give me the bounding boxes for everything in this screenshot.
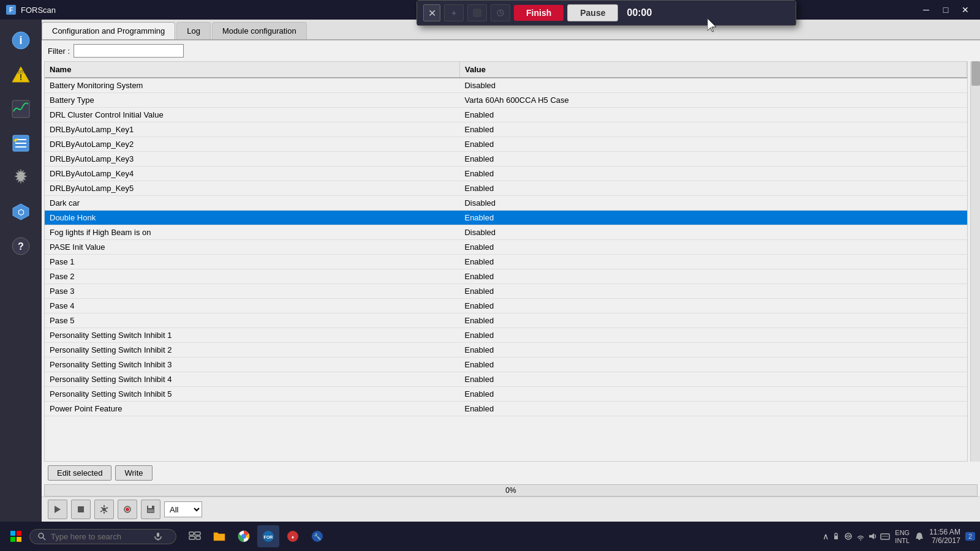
dialog-toolbar: ✕ + Finish Pause 00:00	[417, 1, 796, 25]
stop-button[interactable]	[71, 500, 91, 519]
app-container: i ! DTC	[0, 20, 980, 522]
table-row[interactable]: DRLByAutoLamp_Key3Enabled	[45, 152, 967, 167]
settings-button[interactable]	[94, 500, 114, 519]
table-row[interactable]: Personality Setting Switch Inhibit 4Enab…	[45, 372, 967, 387]
minimize-button[interactable]: ─	[918, 3, 935, 17]
table-cell-name: Personality Setting Switch Inhibit 5	[45, 387, 459, 402]
table-cell-name: Battery Type	[45, 93, 459, 108]
taskbar-task-view[interactable]	[184, 525, 206, 547]
table-row[interactable]: Personality Setting Switch Inhibit 2Enab…	[45, 343, 967, 358]
tab-configuration[interactable]: Configuration and Programming	[42, 22, 175, 39]
svg-point-19	[126, 508, 129, 511]
svg-rect-21	[148, 506, 152, 508]
sidebar-item-graph[interactable]	[5, 93, 37, 125]
sidebar-item-info[interactable]: i	[5, 24, 37, 56]
svg-rect-38	[196, 536, 200, 539]
table-row[interactable]: DRLByAutoLamp_Key2Enabled	[45, 137, 967, 152]
table-cell-value: Enabled	[459, 328, 967, 343]
taskbar-search-input[interactable]	[51, 532, 149, 541]
sidebar-item-settings[interactable]	[5, 162, 37, 193]
chevron-up-icon[interactable]: ∧	[823, 531, 829, 541]
close-button[interactable]: ✕	[957, 3, 974, 17]
table-row[interactable]: Battery TypeVarta 60Ah 600CCA H5 Case	[45, 93, 967, 108]
table-cell-name: DRLByAutoLamp_Key5	[45, 181, 459, 196]
table-cell-name: DRLByAutoLamp_Key3	[45, 152, 459, 167]
table-row[interactable]: DRLByAutoLamp_Key1Enabled	[45, 122, 967, 137]
table-row[interactable]: Power Point FeatureEnabled	[45, 402, 967, 416]
table-cell-name: Pase 5	[45, 313, 459, 328]
taskbar: FOR ♦ 🔧 ∧	[0, 522, 980, 551]
scrollbar-thumb[interactable]	[971, 61, 980, 86]
finish-button[interactable]: Finish	[514, 5, 564, 21]
taskbar-app6[interactable]: 🔧	[306, 525, 328, 547]
tab-log[interactable]: Log	[176, 22, 211, 39]
table-row[interactable]: Pase 5Enabled	[45, 313, 967, 328]
dialog-tool-btn-1: +	[444, 4, 464, 21]
edit-selected-button[interactable]: Edit selected	[48, 465, 111, 481]
table-cell-name: Double Honk	[45, 211, 459, 225]
notification-badge[interactable]: 2	[965, 532, 975, 541]
table-cell-name: Personality Setting Switch Inhibit 4	[45, 372, 459, 387]
table-row[interactable]: Pase 3Enabled	[45, 284, 967, 299]
tab-module-configuration[interactable]: Module configuration	[212, 22, 307, 39]
dialog-close-button[interactable]: ✕	[423, 4, 440, 21]
header-value: Value	[459, 62, 967, 78]
play-button[interactable]	[48, 500, 67, 519]
table-row[interactable]: Personality Setting Switch Inhibit 1Enab…	[45, 328, 967, 343]
filter-label: Filter :	[48, 47, 70, 56]
scrollbar-track[interactable]	[970, 61, 980, 462]
table-cell-name: Personality Setting Switch Inhibit 1	[45, 328, 459, 343]
table-row[interactable]: DRLByAutoLamp_Key4Enabled	[45, 167, 967, 181]
filter-input[interactable]	[74, 44, 184, 58]
app-title: FORScan	[21, 6, 56, 15]
sidebar-item-diagnostics[interactable]: ⬡	[5, 196, 37, 228]
sidebar-item-checklist[interactable]	[5, 127, 37, 159]
taskbar-search[interactable]	[29, 529, 176, 544]
pause-button[interactable]: Pause	[567, 4, 618, 21]
table-cell-name: Pase 4	[45, 299, 459, 313]
progress-bar-container: 0%	[44, 484, 978, 497]
taskbar-app5[interactable]: ♦	[282, 525, 304, 547]
maximize-button[interactable]: □	[937, 3, 954, 17]
network-settings-icon	[843, 531, 853, 541]
table-cell-name: Battery Monitoring System	[45, 78, 459, 93]
keyboard-icon	[880, 531, 890, 541]
table-row[interactable]: DRL Cluster Control Initial ValueEnabled	[45, 108, 967, 122]
svg-rect-22	[148, 509, 154, 512]
taskbar-chrome[interactable]	[233, 525, 255, 547]
table-cell-value: Enabled	[459, 181, 967, 196]
save-button[interactable]	[141, 500, 160, 519]
table-row[interactable]: Double HonkEnabled	[45, 211, 967, 225]
table-cell-name: PASE Init Value	[45, 240, 459, 255]
table-row[interactable]: Pase 4Enabled	[45, 299, 967, 313]
table-row[interactable]: Pase 1Enabled	[45, 255, 967, 269]
table-row[interactable]: DRLByAutoLamp_Key5Enabled	[45, 181, 967, 196]
notification-icon[interactable]	[914, 531, 924, 541]
write-button[interactable]: Write	[115, 465, 152, 481]
svg-marker-15	[55, 506, 61, 513]
sidebar-item-help[interactable]: ?	[5, 230, 37, 262]
data-table-container[interactable]: Name Value Battery Monitoring SystemDisa…	[44, 61, 968, 462]
filter-select[interactable]: All Read Write	[164, 501, 202, 517]
timer-display: 00:00	[627, 7, 663, 18]
table-row[interactable]: PASE Init ValueEnabled	[45, 240, 967, 255]
sidebar-item-dtc[interactable]: ! DTC	[5, 59, 37, 91]
table-cell-value: Enabled	[459, 255, 967, 269]
taskbar-forscan[interactable]: FOR	[257, 525, 279, 547]
table-row[interactable]: Personality Setting Switch Inhibit 5Enab…	[45, 387, 967, 402]
table-row[interactable]: Dark carDisabled	[45, 196, 967, 211]
taskbar-explorer[interactable]	[208, 525, 230, 547]
table-row[interactable]: Battery Monitoring SystemDisabled	[45, 78, 967, 93]
table-cell-name: DRLByAutoLamp_Key1	[45, 122, 459, 137]
language-indicator[interactable]: ENG INTL	[895, 529, 910, 544]
table-cell-name: Pase 3	[45, 284, 459, 299]
svg-line-26	[500, 13, 502, 14]
table-row[interactable]: Fog lights if High Beam is onDisabled	[45, 225, 967, 240]
record-button[interactable]	[118, 500, 137, 519]
table-row[interactable]: Personality Setting Switch Inhibit 3Enab…	[45, 358, 967, 372]
taskbar-clock[interactable]: 11:56 AM 7/6/2017	[929, 528, 960, 545]
table-row[interactable]: Pase 2Enabled	[45, 269, 967, 284]
start-button[interactable]	[5, 525, 27, 547]
table-cell-value: Enabled	[459, 358, 967, 372]
svg-rect-16	[78, 506, 84, 512]
